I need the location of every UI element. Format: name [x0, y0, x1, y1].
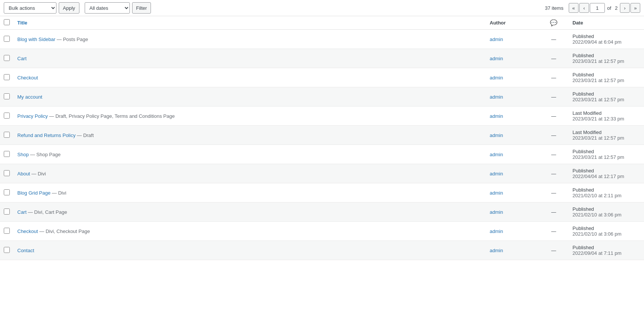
prev-page-button[interactable]: ‹ — [579, 3, 589, 13]
last-page-button[interactable]: » — [630, 3, 640, 13]
row-checkbox[interactable] — [4, 74, 10, 80]
col-header-title[interactable]: Title — [14, 16, 486, 30]
row-author-cell: admin — [486, 222, 539, 241]
row-checkbox[interactable] — [4, 247, 10, 253]
row-title-cell: Checkout — Divi, Checkout Page — [14, 222, 486, 241]
apply-button[interactable]: Apply — [59, 2, 79, 14]
row-title-link[interactable]: Contact — [17, 248, 34, 253]
table-body: Blog with Sidebar — Posts Pageadmin—Publ… — [0, 30, 644, 260]
row-comments-value: — — [551, 94, 556, 100]
row-date-status: Published — [572, 53, 640, 58]
row-checkbox-cell — [0, 30, 14, 49]
table-header-row: Title Author 💬 Date — [0, 16, 644, 30]
row-author-link[interactable]: admin — [490, 132, 503, 138]
col-header-author: Author — [486, 16, 539, 30]
row-title-link[interactable]: My account — [17, 94, 42, 100]
row-author-link[interactable]: admin — [490, 94, 503, 100]
row-checkbox[interactable] — [4, 113, 10, 119]
row-checkbox-cell — [0, 126, 14, 145]
row-checkbox[interactable] — [4, 132, 10, 138]
row-date-status: Last Modified — [572, 110, 640, 116]
comment-header-icon: 💬 — [550, 20, 557, 26]
row-date-cell: Published2023/03/21 at 12:57 pm — [569, 49, 644, 68]
bulk-actions-select[interactable]: Bulk actions Edit Move to Trash — [4, 2, 56, 14]
row-title-link[interactable]: Blog Grid Page — [17, 190, 50, 196]
row-date-cell: Published2021/02/10 at 3:06 pm — [569, 222, 644, 241]
row-checkbox-cell — [0, 49, 14, 68]
row-title-link[interactable]: Checkout — [17, 228, 38, 234]
row-title-subtitle: — Shop Page — [29, 152, 61, 157]
row-author-cell: admin — [486, 145, 539, 164]
col-header-comments: 💬 — [539, 16, 569, 30]
row-author-link[interactable]: admin — [490, 209, 503, 215]
row-date-cell: Published2022/09/04 at 6:04 pm — [569, 30, 644, 49]
row-author-cell: admin — [486, 164, 539, 183]
filter-button[interactable]: Filter — [132, 2, 151, 14]
table-row: Contactadmin—Published2022/09/04 at 7:11… — [0, 241, 644, 260]
col-header-date: Date — [569, 16, 644, 30]
row-date-status: Published — [572, 225, 640, 231]
row-comments-value: — — [551, 248, 556, 253]
row-checkbox[interactable] — [4, 93, 10, 99]
row-author-link[interactable]: admin — [490, 190, 503, 196]
row-title-link[interactable]: About — [17, 171, 30, 177]
row-author-link[interactable]: admin — [490, 75, 503, 81]
row-date-time: 2023/03/21 at 12:57 pm — [572, 135, 640, 141]
row-comments-value: — — [551, 228, 556, 234]
total-pages: 2 — [615, 5, 618, 11]
row-date-time: 2021/02/10 at 2:11 pm — [572, 193, 640, 198]
row-checkbox[interactable] — [4, 151, 10, 157]
row-title-link[interactable]: Cart — [17, 56, 27, 61]
row-title-cell: Cart — Divi, Cart Page — [14, 203, 486, 222]
row-title-cell: Refund and Returns Policy — Draft — [14, 126, 486, 145]
row-title-link[interactable]: Blog with Sidebar — [17, 37, 55, 42]
row-author-link[interactable]: admin — [490, 113, 503, 119]
date-filter-select[interactable]: All dates 2023/03 2022/09 2022/04 2021/0… — [85, 2, 130, 14]
row-author-link[interactable]: admin — [490, 56, 503, 61]
row-checkbox[interactable] — [4, 228, 10, 234]
row-title-link[interactable]: Privacy Policy — [17, 113, 48, 119]
table-row: Privacy Policy — Draft, Privacy Policy P… — [0, 107, 644, 126]
row-author-link[interactable]: admin — [490, 37, 503, 42]
table-row: Shop — Shop Pageadmin—Published2023/03/2… — [0, 145, 644, 164]
row-checkbox-cell — [0, 241, 14, 260]
page-number-input[interactable] — [590, 3, 605, 13]
row-title-link[interactable]: Shop — [17, 152, 29, 157]
row-date-cell: Published2021/02/10 at 2:11 pm — [569, 183, 644, 203]
row-title-subtitle: — Divi, Checkout Page — [38, 228, 90, 234]
select-all-checkbox[interactable] — [4, 19, 10, 25]
row-date-status: Published — [572, 34, 640, 39]
row-comments-value: — — [551, 171, 556, 177]
row-author-cell: admin — [486, 87, 539, 107]
table-row: Blog with Sidebar — Posts Pageadmin—Publ… — [0, 30, 644, 49]
row-checkbox[interactable] — [4, 209, 10, 215]
row-date-time: 2022/09/04 at 6:04 pm — [572, 39, 640, 45]
row-comments-value: — — [551, 37, 556, 42]
row-comments-value: — — [551, 132, 556, 138]
row-title-cell: Contact — [14, 241, 486, 260]
row-title-link[interactable]: Checkout — [17, 75, 38, 81]
row-title-link[interactable]: Refund and Returns Policy — [17, 132, 76, 138]
row-title-subtitle: — Divi — [50, 190, 66, 196]
row-checkbox[interactable] — [4, 170, 10, 176]
row-title-subtitle: — Posts Page — [55, 37, 88, 42]
row-checkbox[interactable] — [4, 36, 10, 42]
next-page-button[interactable]: › — [620, 3, 630, 13]
row-title-link[interactable]: Cart — [17, 209, 27, 215]
row-date-time: 2022/09/04 at 7:11 pm — [572, 250, 640, 256]
row-title-subtitle: — Divi, Cart Page — [27, 209, 67, 215]
row-title-subtitle: — Divi — [30, 171, 46, 177]
row-checkbox[interactable] — [4, 55, 10, 61]
first-page-button[interactable]: « — [569, 3, 579, 13]
row-title-subtitle: — Draft — [76, 132, 94, 138]
row-checkbox-cell — [0, 68, 14, 87]
row-comments-cell: — — [539, 107, 569, 126]
row-author-link[interactable]: admin — [490, 152, 503, 157]
row-author-link[interactable]: admin — [490, 248, 503, 253]
row-author-link[interactable]: admin — [490, 228, 503, 234]
row-comments-cell: — — [539, 183, 569, 203]
row-author-cell: admin — [486, 30, 539, 49]
row-checkbox[interactable] — [4, 189, 10, 195]
row-author-link[interactable]: admin — [490, 171, 503, 177]
row-title-subtitle: — Draft, Privacy Policy Page, Terms and … — [48, 113, 175, 119]
